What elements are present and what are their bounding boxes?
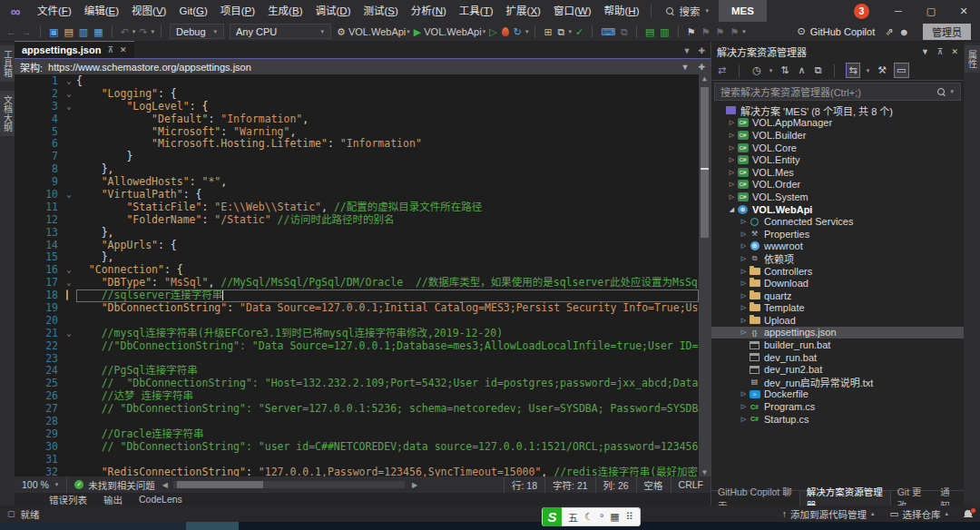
ime-moon-icon[interactable]: ☾	[584, 511, 593, 523]
code-line-11[interactable]: 11 "StaticFile": "E:\\Web\\Static", //配置…	[15, 201, 699, 214]
undo-icon[interactable]: ↶	[118, 23, 132, 41]
tree-item-controllers[interactable]: ▷Controllers	[711, 265, 964, 278]
chevron-down-icon[interactable]: ▼	[681, 63, 690, 72]
left-strip-tab[interactable]: 文档大纲	[0, 91, 15, 136]
tree-item-vol-system[interactable]: ▷C#VOL.System	[711, 191, 964, 203]
run-outline-icon[interactable]: ▷	[486, 23, 499, 41]
bookmark-prev-icon[interactable]: ⚑	[699, 23, 713, 41]
expander-icon[interactable]: ▷	[727, 132, 737, 139]
menu-item-w[interactable]: 窗口(W)	[547, 0, 598, 22]
code-line-20[interactable]: 20	[15, 315, 699, 328]
pin-icon[interactable]: ⊼	[937, 47, 944, 56]
tree-item-vol-appmanager[interactable]: ▷C#VOL.AppManager	[711, 117, 964, 130]
code-line-2[interactable]: 2⌄ "Logging": {	[15, 88, 699, 101]
menu-item-b[interactable]: 生成(B)	[261, 0, 309, 22]
code-line-32[interactable]: 32 "RedisConnectionString": "127.0.0.1,P…	[15, 466, 699, 476]
horizontal-scrollbar[interactable]	[173, 481, 405, 488]
open-folder-icon[interactable]: ▤	[61, 23, 75, 41]
code-line-8[interactable]: 8 },	[15, 163, 699, 176]
expander-icon[interactable]: ▷	[739, 403, 749, 410]
tree-item--mes-8-8-[interactable]: 解决方案 'MES' (8 个项目, 共 8 个)	[711, 104, 964, 117]
tree-item-vol-core[interactable]: ▷C#VOL.Core	[711, 142, 964, 154]
restart-icon[interactable]: ↻	[511, 23, 524, 41]
pin-icon[interactable]: ⊼	[107, 45, 113, 54]
expander-icon[interactable]: ▷	[739, 242, 749, 250]
notification-badge[interactable]: 3	[854, 4, 869, 19]
code-line-16[interactable]: 16⌄ "Connection": {	[15, 264, 699, 277]
package-icon[interactable]: ⊞	[541, 23, 554, 41]
db-icon-2[interactable]: ▥	[657, 23, 671, 41]
sync-icon[interactable]: ⇄	[716, 64, 728, 77]
bookmark-clear-icon[interactable]: ⚑	[727, 23, 741, 41]
expander-icon[interactable]: ▷	[739, 218, 749, 225]
menu-item-p[interactable]: 项目(P)	[214, 0, 261, 22]
ime-wubi-icon[interactable]: 五	[568, 510, 578, 525]
search-box[interactable]: 搜索 ▾	[657, 4, 719, 18]
solution-platform-dropdown[interactable]: Any CPU▾	[230, 24, 331, 39]
bookmark-icon[interactable]: ⚑	[684, 23, 699, 41]
keyboard-icon[interactable]: ⌨	[598, 23, 618, 41]
panel-tab-codelens[interactable]: CodeLens	[132, 494, 190, 505]
code-editor[interactable]: 1⌄{2⌄ "Logging": {3⌄ "LogLevel": {4 "Def…	[15, 74, 710, 476]
tree-item-startup-cs[interactable]: ▷C#Startup.cs	[711, 413, 964, 426]
code-line-25[interactable]: 25 // "DbConnectionString": "Host=132.23…	[15, 378, 699, 390]
code-line-18[interactable]: 18 //sqlserver连接字符串	[15, 290, 699, 302]
expander-icon[interactable]: ▷	[727, 119, 737, 126]
code-line-9[interactable]: 9 "AllowedHosts": "*",	[15, 176, 699, 189]
expander-icon[interactable]: ▷	[739, 390, 749, 398]
tree-item-connected-services[interactable]: ▷Connected Services	[711, 215, 964, 228]
code-line-14[interactable]: 14 "AppUrls": {	[15, 240, 699, 252]
expander-icon[interactable]: ▷	[727, 181, 737, 188]
switch-view-icon[interactable]: ⇅	[779, 64, 790, 77]
db-icon-1[interactable]: ▤	[642, 23, 657, 41]
document-health-indicator[interactable]: ✓ 未找到相关问题	[74, 478, 155, 492]
tree-item-properties[interactable]: ▷⚒Properties	[711, 228, 964, 240]
tree-item-dev-run-txt[interactable]: ▤dev_run启动异常说明.txt	[711, 376, 964, 388]
notifications-bell-icon[interactable]	[964, 510, 973, 518]
eol-indicator[interactable]: CRLF	[671, 476, 710, 493]
code-line-31[interactable]: 31	[15, 454, 699, 466]
scroll-right-icon[interactable]: ▶	[412, 481, 417, 489]
code-line-7[interactable]: 7 }	[15, 151, 699, 163]
code-line-17[interactable]: 17⌄ "DBType": "MsSql", //MySql/MsSql/PgS…	[15, 277, 699, 290]
ime-logo-icon[interactable]: S	[543, 507, 562, 526]
char-indicator[interactable]: 字符: 21	[544, 476, 595, 493]
panel-tab-输出[interactable]: 输出	[96, 493, 130, 506]
ime-punct-icon[interactable]: °	[600, 512, 603, 523]
scrollbar-thumb[interactable]	[701, 87, 709, 238]
select-repository-button[interactable]: ▭ 选择仓库 ▴	[890, 507, 949, 521]
tree-item-upload[interactable]: ▷Upload	[711, 314, 964, 327]
wrench-icon[interactable]: ⚒	[876, 64, 888, 77]
expander-icon[interactable]: ▷	[739, 280, 749, 287]
history-icon[interactable]: ◷	[750, 64, 763, 77]
tree-item-appsettings-json[interactable]: ▷{}appsettings.json	[711, 327, 964, 339]
copy-icon[interactable]: ⧉	[618, 23, 631, 41]
tool-window-tab[interactable]: 通知	[934, 491, 964, 505]
redo-icon[interactable]: ↷	[136, 23, 150, 41]
expander-icon[interactable]: ▷	[739, 416, 749, 423]
collapse-all-icon[interactable]: ∧	[797, 64, 808, 77]
chevron-down-icon[interactable]: ▼	[921, 47, 929, 56]
code-line-23[interactable]: 23	[15, 353, 699, 366]
code-line-6[interactable]: 6 "Microsoft.Hosting.Lifetime": "Informa…	[15, 138, 699, 151]
tree-item--[interactable]: ▷⧉依赖项	[711, 252, 964, 265]
menu-item-g[interactable]: Git(G)	[172, 0, 213, 22]
right-strip-tab[interactable]: 属性	[965, 45, 980, 73]
expander-icon[interactable]: ▷	[739, 329, 749, 336]
code-line-21[interactable]: 21⌄ //mysql连接字符串(升级EFCore3.1到时已将mysql连接字…	[15, 328, 699, 340]
code-line-1[interactable]: 1⌄{	[15, 75, 699, 88]
tree-item-vol-webapi[interactable]: ◢⊕VOL.WebApi	[711, 203, 964, 216]
tree-item-template[interactable]: ▷Template	[711, 302, 964, 315]
add-schema-icon[interactable]: ✚	[698, 63, 705, 72]
scrollbar-thumb[interactable]	[177, 481, 263, 488]
code-line-19[interactable]: 19 "DbConnectionString": "Data Source=12…	[15, 302, 699, 315]
expander-icon[interactable]: ▷	[739, 231, 749, 238]
forward-icon[interactable]: →	[19, 23, 34, 41]
expander-icon[interactable]: ▷	[739, 255, 749, 262]
new-project-icon[interactable]: ▣	[46, 23, 61, 41]
code-line-3[interactable]: 3⌄ "LogLevel": {	[15, 101, 699, 113]
scroll-down-icon[interactable]: ▼	[699, 468, 710, 476]
ime-toolbox-icon[interactable]: ⠿	[626, 511, 633, 523]
menu-item-d[interactable]: 调试(D)	[309, 0, 357, 22]
hot-reload-icon[interactable]	[502, 27, 509, 36]
